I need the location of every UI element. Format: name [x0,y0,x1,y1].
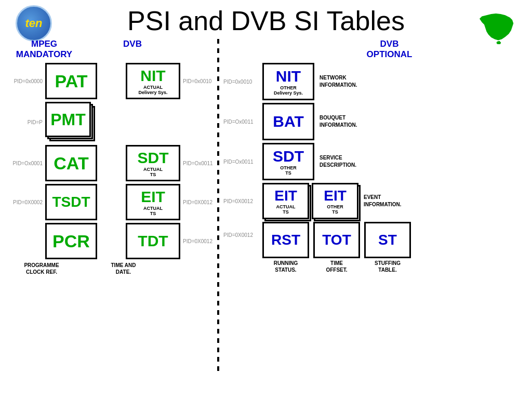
left-headers: MPEG MANDATORY DVB [8,39,213,60]
pid-rst: PID=0X0012 [223,222,262,238]
box-tdt: TDT [126,223,180,259]
main-content: MPEG MANDATORY DVB PID=0x0000 PAT NIT AC… [0,39,532,371]
row-cat-sdt: PID=Ox0001 CAT SDT ACTUAL TS PID=Ox0011 [8,145,213,181]
pid-sdt: PID=Ox0011 [180,161,213,166]
row-tsdt-eit: PID=0X0002 TSDT EIT ACTUAL TS PID=0X0012 [8,184,213,220]
box-pat: PAT [45,63,97,99]
pmt-stack: PMT PMT PMT [45,102,97,142]
rst-tot-st-boxes: RST RUNNINGSTATUS. TOT TIMEOFFSET. ST ST… [262,222,411,273]
tot-container: TOT TIMEOFFSET. [313,222,360,273]
dashed-divider [217,39,219,371]
pid-nit-opt: PID=0x0010 [223,79,262,85]
box-eit-actual-opt: EIT ACTUAL TS [262,183,309,219]
pid-tdt: PID=0X0012 [180,238,212,244]
box-nit-actual: NIT ACTUAL Delivery Sys. [126,63,180,99]
box-st: ST [364,222,411,258]
st-container: ST STUFFINGTABLE. [364,222,411,273]
pmt-box-front: PMT [45,102,91,137]
box-cat: CAT [45,145,97,181]
desc-bat: BOUQUETINFORMATION. [320,114,357,129]
desc-st: STUFFINGTABLE. [375,260,401,273]
pid-pat: PID=0x0000 [8,78,45,84]
left-bottom-labels: PROGRAMMECLOCK REF. TIME ANDDATE. [8,262,213,275]
eit-other-stack: EIT OTHER TS [312,183,358,219]
page-title: PSI and DVB SI Tables [127,5,405,36]
row-eit-double: PID=0X0012 EIT ACTUAL TS EIT OTHER [223,183,524,219]
right-heading: DVB OPTIONAL [255,39,524,60]
eit-double-container: EIT ACTUAL TS EIT OTHER TS [262,183,358,219]
desc-nit: NETWORKINFORMATION. [320,74,357,89]
box-eit-other-opt: EIT OTHER TS [312,183,358,219]
desc-sdt: SERVICEDESCRIPTION. [320,154,356,169]
mpeg-header: MPEG MANDATORY [16,39,73,60]
desc-tot: TIMEOFFSET. [326,260,347,273]
logo-text: ten [25,17,43,30]
box-rst: RST [262,222,309,258]
australia-map-icon [475,3,522,44]
box-sdt-actual: SDT ACTUAL TS [126,145,180,181]
dvb-header: DVB [104,39,161,60]
right-section: DVB OPTIONAL PID=0x0010 NIT OTHER Delive… [223,39,524,371]
box-pcr: PCR [45,223,97,259]
tdt-label: TIME ANDDATE. [96,262,151,275]
pid-pmt: PID=P [8,119,45,125]
box-nit-other: NIT OTHER Delivery Sys. [262,63,314,100]
pid-sdt-opt: PID=Ox0011 [223,159,262,165]
box-bat: BAT [262,103,314,140]
pid-nit: PID=0x0010 [180,78,211,84]
row-nit-optional: PID=0x0010 NIT OTHER Delivery Sys. NETWO… [223,63,524,100]
rst-container: RST RUNNINGSTATUS. [262,222,309,273]
pid-cat: PID=Ox0001 [8,161,45,166]
pcr-label: PROGRAMMECLOCK REF. [16,262,68,275]
pid-bat: PID=Ox0011 [223,119,262,125]
ten-logo: ten [16,5,52,42]
pid-eit-opt: PID=0X0012 [223,198,262,204]
left-section: MPEG MANDATORY DVB PID=0x0000 PAT NIT AC… [8,39,213,371]
pid-tsdt: PID=0X0002 [8,200,45,205]
desc-eit: EVENTINFORMATION. [364,194,402,208]
row-rst-tot-st: PID=0X0012 RST RUNNINGSTATUS. TOT TIMEOF… [223,222,524,273]
row-sdt-optional: PID=Ox0011 SDT OTHER TS SERVICEDESCRIPTI… [223,143,524,180]
box-eit-actual: EIT ACTUAL TS [126,184,180,220]
row-pat-nit: PID=0x0000 PAT NIT ACTUAL Delivery Sys. … [8,63,213,99]
box-sdt-other: SDT OTHER TS [262,143,314,180]
eit-actual-stack: EIT ACTUAL TS [262,183,309,219]
page-header: ten PSI and DVB SI Tables [0,0,532,39]
desc-rst: RUNNINGSTATUS. [274,260,298,273]
pid-eit: PID=0X0012 [180,200,212,205]
row-pmt: PID=P PMT PMT PMT [8,102,213,142]
box-tot: TOT [313,222,360,258]
box-tsdt: TSDT [45,184,97,220]
row-bat: PID=Ox0011 BAT BOUQUETINFORMATION. [223,103,524,140]
row-pcr-tdt: PCR TDT PID=0X0012 [8,223,213,259]
